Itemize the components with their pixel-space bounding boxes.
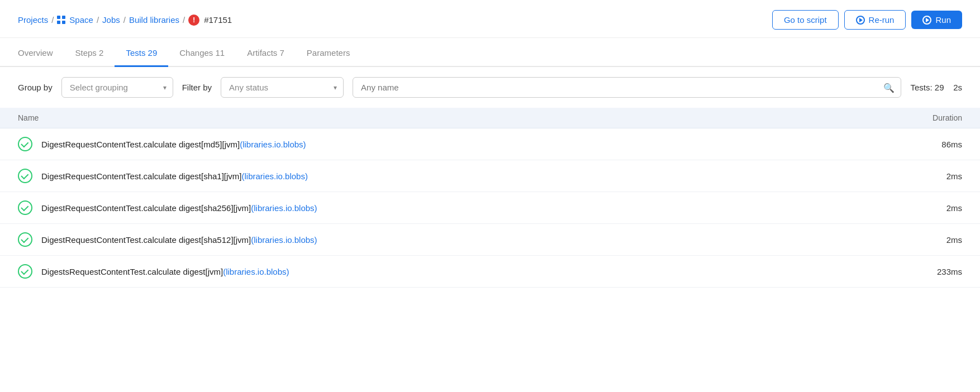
table-row[interactable]: DigestRequestContentTest.calculate diges… — [0, 128, 980, 160]
test-name: DigestRequestContentTest.calculate diges… — [41, 140, 306, 149]
svg-rect-1 — [62, 16, 65, 19]
success-icon — [18, 264, 32, 279]
name-filter-wrapper: 🔍 — [353, 77, 901, 98]
breadcrumb-space[interactable]: Space — [69, 15, 93, 25]
header-buttons: Go to script Re-run Run — [772, 10, 962, 30]
test-name-text: DigestRequestContentTest.calculate diges… — [41, 203, 251, 213]
test-duration: 2ms — [946, 171, 962, 181]
name-filter-input[interactable] — [353, 77, 901, 98]
run-button[interactable]: Run — [911, 11, 962, 29]
job-id: #17151 — [204, 15, 232, 25]
test-row-left: DigestRequestContentTest.calculate diges… — [18, 137, 306, 151]
test-name-text: DigestRequestContentTest.calculate diges… — [41, 235, 251, 245]
test-name: DigestRequestContentTest.calculate diges… — [41, 171, 308, 181]
tests-summary: Tests: 29 2s — [910, 83, 962, 92]
run-play-icon — [922, 16, 931, 25]
error-status-icon: ! — [188, 15, 199, 26]
test-row-left: DigestsRequestContentTest.calculate dige… — [18, 264, 289, 279]
col-name-header: Name — [18, 113, 39, 122]
breadcrumb: Projects / Space / Jobs / Build librarie… — [18, 15, 232, 26]
success-icon — [18, 137, 32, 151]
tab-parameters[interactable]: Parameters — [296, 38, 361, 67]
sep4: / — [183, 15, 185, 25]
filter-by-label: Filter by — [182, 83, 212, 92]
breadcrumb-jobs[interactable]: Jobs — [102, 15, 120, 25]
test-duration: 233ms — [937, 267, 962, 276]
tab-artifacts[interactable]: Artifacts 7 — [236, 38, 296, 67]
group-by-label: Group by — [18, 83, 53, 92]
tab-overview[interactable]: Overview — [18, 38, 64, 67]
breadcrumb-projects[interactable]: Projects — [18, 15, 48, 25]
test-duration: 2ms — [946, 235, 962, 245]
group-by-select[interactable]: Select grouping — [61, 77, 173, 98]
test-package: (libraries.io.blobs) — [242, 171, 308, 181]
test-name-text: DigestRequestContentTest.calculate diges… — [41, 171, 242, 181]
go-to-script-button[interactable]: Go to script — [772, 10, 839, 30]
sep3: / — [123, 15, 126, 25]
test-rows-container: DigestRequestContentTest.calculate diges… — [0, 128, 980, 288]
test-package: (libraries.io.blobs) — [223, 267, 289, 276]
svg-rect-0 — [57, 16, 60, 19]
test-duration: 86ms — [941, 140, 962, 149]
col-duration-header: Duration — [933, 113, 962, 122]
test-name: DigestsRequestContentTest.calculate dige… — [41, 267, 289, 276]
test-package: (libraries.io.blobs) — [240, 140, 306, 149]
rerun-play-icon — [856, 16, 865, 25]
space-icon — [57, 16, 66, 25]
tab-steps[interactable]: Steps 2 — [64, 38, 115, 67]
header-bar: Projects / Space / Jobs / Build librarie… — [0, 0, 980, 38]
group-by-select-wrapper: Select grouping ▾ — [61, 77, 173, 98]
status-select-wrapper: Any status ▾ — [221, 77, 344, 98]
tests-duration: 2s — [953, 83, 962, 92]
test-package: (libraries.io.blobs) — [251, 235, 317, 245]
breadcrumb-build[interactable]: Build libraries — [129, 15, 179, 25]
test-row-left: DigestRequestContentTest.calculate diges… — [18, 200, 317, 215]
tests-count-label: Tests: 29 — [910, 83, 944, 92]
table-row[interactable]: DigestRequestContentTest.calculate diges… — [0, 160, 980, 192]
success-icon — [18, 232, 32, 247]
run-label: Run — [935, 15, 951, 25]
test-row-left: DigestRequestContentTest.calculate diges… — [18, 232, 317, 247]
filters-row: Group by Select grouping ▾ Filter by Any… — [0, 67, 980, 108]
svg-rect-3 — [62, 21, 65, 24]
status-select[interactable]: Any status — [221, 77, 344, 98]
test-name: DigestRequestContentTest.calculate diges… — [41, 235, 317, 245]
table-row[interactable]: DigestsRequestContentTest.calculate dige… — [0, 256, 980, 288]
test-package: (libraries.io.blobs) — [251, 203, 317, 213]
test-duration: 2ms — [946, 203, 962, 213]
table-header: Name Duration — [0, 108, 980, 128]
sep1: / — [51, 15, 54, 25]
table-row[interactable]: DigestRequestContentTest.calculate diges… — [0, 192, 980, 224]
test-name-text: DigestsRequestContentTest.calculate dige… — [41, 267, 223, 276]
test-name: DigestRequestContentTest.calculate diges… — [41, 203, 317, 213]
rerun-label: Re-run — [869, 15, 895, 25]
success-icon — [18, 200, 32, 215]
tab-tests[interactable]: Tests 29 — [115, 38, 168, 67]
success-icon — [18, 169, 32, 183]
tab-changes[interactable]: Changes 11 — [168, 38, 236, 67]
rerun-button[interactable]: Re-run — [844, 10, 906, 30]
sep2: / — [97, 15, 99, 25]
tabs-bar: Overview Steps 2 Tests 29 Changes 11 Art… — [0, 38, 980, 67]
table-row[interactable]: DigestRequestContentTest.calculate diges… — [0, 224, 980, 256]
test-row-left: DigestRequestContentTest.calculate diges… — [18, 169, 308, 183]
test-name-text: DigestRequestContentTest.calculate diges… — [41, 140, 240, 149]
svg-rect-2 — [57, 21, 60, 24]
